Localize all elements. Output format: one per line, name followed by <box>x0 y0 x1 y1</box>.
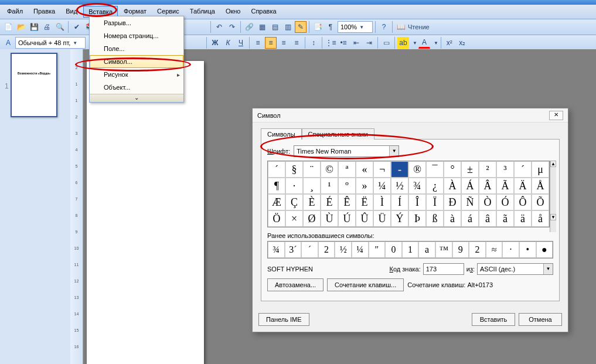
char-cell[interactable]: Â <box>479 178 496 194</box>
char-cell[interactable]: - <box>391 161 408 178</box>
dropdown-arrow-icon[interactable]: ▼ <box>389 146 399 157</box>
menu-break[interactable]: Разрыв... <box>90 16 183 29</box>
italic-icon[interactable]: К <box>222 37 234 49</box>
char-cell[interactable]: Û <box>356 210 373 227</box>
char-cell[interactable]: ³ <box>496 161 514 178</box>
recent-char-cell[interactable]: ¾ <box>268 241 285 258</box>
para-icon[interactable]: ¶ <box>325 21 336 33</box>
char-cell[interactable]: ¾ <box>408 178 426 194</box>
char-cell[interactable]: Å <box>532 178 549 194</box>
char-cell[interactable]: Ñ <box>461 194 479 210</box>
recent-char-cell[interactable]: ¼ <box>352 241 369 258</box>
code-input[interactable] <box>423 263 464 275</box>
menu-edit[interactable]: Правка <box>29 6 60 18</box>
char-cell[interactable]: â <box>479 210 496 227</box>
drawing-icon[interactable]: ✎ <box>295 21 306 33</box>
subscript-icon[interactable]: x₂ <box>457 37 468 49</box>
char-cell[interactable]: Õ <box>532 194 549 210</box>
char-cell[interactable]: Ü <box>373 210 391 227</box>
char-cell[interactable]: ¶ <box>268 178 285 194</box>
autocorrect-button[interactable]: Автозамена... <box>267 278 323 291</box>
char-cell[interactable]: Ë <box>356 194 373 210</box>
char-cell[interactable]: å <box>532 210 549 227</box>
recent-char-cell[interactable]: ● <box>536 241 553 258</box>
char-cell[interactable]: Ý <box>391 210 408 227</box>
save-icon[interactable]: 💾 <box>28 21 40 33</box>
font-combo[interactable]: Times New Roman ▼ <box>294 145 399 157</box>
align-right-icon[interactable]: ≡ <box>278 37 290 49</box>
char-cell[interactable]: ° <box>444 161 461 178</box>
char-cell[interactable]: μ <box>532 161 549 178</box>
char-cell[interactable]: Ì <box>373 194 391 210</box>
menu-field[interactable]: Поле... <box>90 42 183 55</box>
link-icon[interactable]: 🔗 <box>243 21 255 33</box>
char-cell[interactable]: ä <box>514 210 532 227</box>
char-cell[interactable]: º <box>338 178 356 194</box>
char-cell[interactable]: Ä <box>514 178 532 194</box>
numlist-icon[interactable]: ⋮≡ <box>325 37 336 49</box>
char-cell[interactable]: ¬ <box>373 161 391 178</box>
reading-label[interactable]: Чтение <box>408 23 430 30</box>
menu-file[interactable]: Файл <box>2 6 28 18</box>
page-thumbnail[interactable]: Возможности «Ворда» <box>11 53 57 117</box>
recent-char-cell[interactable]: ™ <box>435 241 452 258</box>
menu-picture[interactable]: Рисунок <box>90 68 183 81</box>
insert-button[interactable]: Вставить <box>472 313 515 326</box>
recent-char-cell[interactable]: 9 <box>452 241 469 258</box>
char-cell[interactable]: ß <box>426 210 444 227</box>
char-cell[interactable]: » <box>356 178 373 194</box>
char-cell[interactable]: ´ <box>514 161 532 178</box>
read-icon[interactable]: 📖 <box>395 21 407 33</box>
char-cell[interactable]: ¿ <box>426 178 444 194</box>
superscript-icon[interactable]: x² <box>444 37 455 49</box>
linespace-icon[interactable]: ↕ <box>308 37 319 49</box>
char-cell[interactable]: Ò <box>479 194 496 210</box>
menu-table[interactable]: Таблица <box>185 6 220 18</box>
char-cell[interactable]: § <box>285 161 303 178</box>
print-icon[interactable]: 🖨 <box>41 21 53 33</box>
underline-icon[interactable]: Ч <box>235 37 247 49</box>
preview-icon[interactable]: 🔍 <box>54 21 66 33</box>
char-cell[interactable]: Ù <box>321 210 338 227</box>
fontcolor-icon[interactable]: A <box>418 37 430 49</box>
char-cell[interactable]: ¨ <box>303 161 321 178</box>
char-cell[interactable]: È <box>303 194 321 210</box>
scrollbar[interactable]: ▲ ▼ <box>550 161 556 232</box>
char-cell[interactable]: Ç <box>285 194 303 210</box>
char-cell[interactable]: É <box>321 194 338 210</box>
shortcut-button[interactable]: Сочетание клавиш... <box>327 278 404 291</box>
char-cell[interactable]: ¹ <box>321 178 338 194</box>
char-cell[interactable]: ± <box>461 161 479 178</box>
style-select[interactable]: Обычный + 48 пт,▼ <box>15 37 86 49</box>
recent-char-cell[interactable]: 2 <box>469 241 486 258</box>
char-cell[interactable]: À <box>444 178 461 194</box>
from-combo[interactable]: ASCII (дес.) ▼ <box>477 263 553 275</box>
char-cell[interactable]: ² <box>479 161 496 178</box>
recent-char-cell[interactable]: ≈ <box>486 241 503 258</box>
zoom-select[interactable]: 100%▼ <box>338 21 373 33</box>
char-cell[interactable]: Î <box>408 194 426 210</box>
recent-char-cell[interactable]: ´ <box>301 241 318 258</box>
indent-icon[interactable]: ⇥ <box>363 37 375 49</box>
tab-symbols[interactable]: Символы <box>261 128 302 140</box>
menu-help[interactable]: Справка <box>246 6 281 18</box>
styles-icon[interactable]: A <box>2 37 14 49</box>
char-cell[interactable]: « <box>356 161 373 178</box>
char-cell[interactable]: × <box>285 210 303 227</box>
char-cell[interactable]: ½ <box>391 178 408 194</box>
recent-char-cell[interactable]: 1 <box>402 241 419 258</box>
new-icon[interactable]: 📄 <box>2 21 14 33</box>
char-cell[interactable]: à <box>444 210 461 227</box>
char-cell[interactable]: ã <box>496 210 514 227</box>
close-button[interactable]: ✕ <box>549 111 563 120</box>
menu-view[interactable]: Вид <box>61 6 82 18</box>
menu-expand[interactable]: ⌄ <box>90 94 183 102</box>
char-cell[interactable]: Í <box>391 194 408 210</box>
char-cell[interactable]: Ö <box>268 210 285 227</box>
document-page[interactable] <box>87 61 204 364</box>
recent-char-cell[interactable]: a <box>418 241 435 258</box>
recent-char-cell[interactable]: 3´ <box>285 241 302 258</box>
char-cell[interactable]: Ó <box>496 194 514 210</box>
char-cell[interactable]: ´ <box>268 161 285 178</box>
outdent-icon[interactable]: ⇤ <box>350 37 362 49</box>
